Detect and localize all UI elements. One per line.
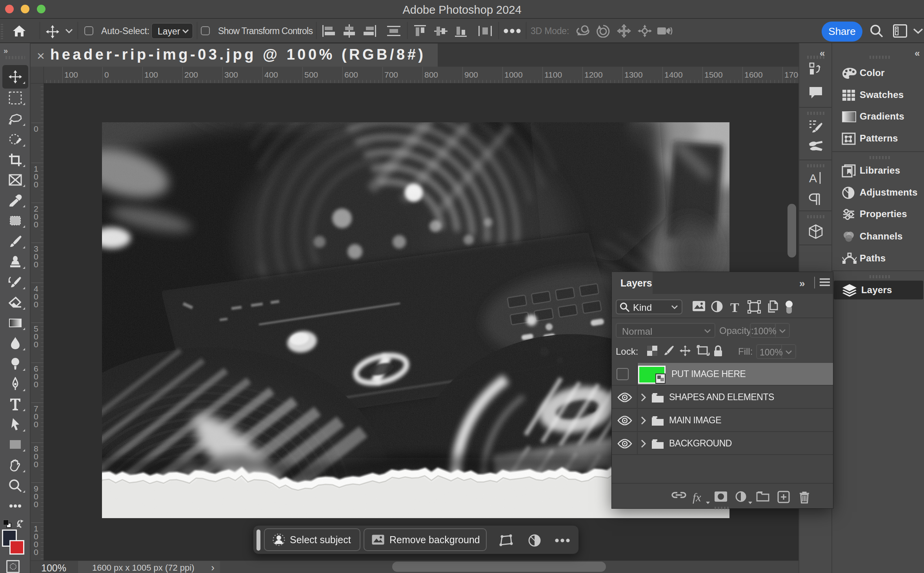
svg-text:A: A bbox=[809, 172, 817, 185]
